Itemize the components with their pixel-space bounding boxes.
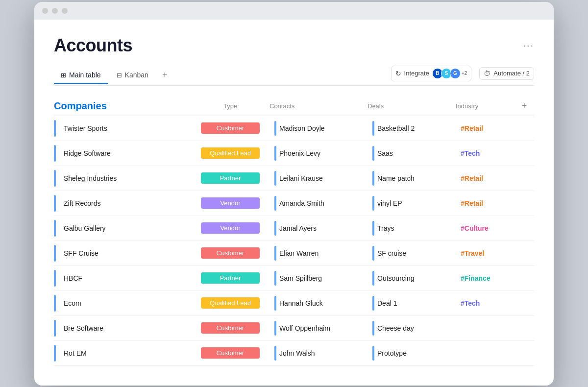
cell-extra (514, 149, 534, 157)
automate-label: Automate / 2 (493, 70, 530, 77)
cell-company: Galbu Gallery (54, 216, 191, 241)
contact-indicator (274, 246, 276, 261)
kanban-icon: ⊟ (117, 72, 122, 79)
cell-deal: Prototype (368, 342, 456, 364)
row-indicator (54, 195, 56, 212)
cell-contact: John Walsh (270, 342, 368, 364)
add-column-button[interactable]: + (514, 101, 534, 111)
table-row[interactable]: Bre Software Customer Wolf Oppenhaim Che… (54, 316, 534, 341)
table-row[interactable]: Zift Records Vendor Amanda Smith vinyl E… (54, 191, 534, 216)
col-header-companies: Companies (54, 100, 191, 112)
main-table-icon: ⊞ (61, 72, 66, 79)
table-row[interactable]: Sheleg Industries Partner Leilani Krause… (54, 166, 534, 191)
tabs-actions: ↻ Integrate B S G +2 ⏱ Automate / 2 (391, 66, 534, 85)
automate-icon: ⏱ (484, 70, 490, 77)
contact-indicator (274, 296, 276, 311)
integrate-button[interactable]: ↻ Integrate B S G +2 (391, 66, 472, 81)
table-row[interactable]: Ecom Qualified Lead Hannah Gluck Deal 1 … (54, 291, 534, 316)
col-header-type: Type (191, 102, 270, 110)
cell-deal: Deal 1 (368, 292, 456, 314)
contact-name: Amanda Smith (279, 199, 324, 207)
company-name: Bre Software (64, 324, 103, 332)
company-name: Twister Sports (64, 124, 107, 132)
company-name: HBCF (64, 274, 82, 282)
contact-name: Elian Warren (279, 249, 318, 257)
deal-indicator (372, 271, 374, 286)
type-badge: Customer (201, 122, 260, 134)
tab-kanban-label: Kanban (125, 71, 148, 79)
cell-contact: Elian Warren (270, 242, 368, 265)
cell-type: Vendor (191, 218, 270, 238)
company-name: Ecom (64, 299, 81, 307)
type-badge: Customer (201, 322, 260, 334)
cell-type: Customer (191, 343, 270, 363)
company-name: Sheleg Industries (64, 174, 117, 182)
company-name: Galbu Gallery (64, 224, 106, 232)
cell-extra (514, 349, 534, 357)
table-row[interactable]: Galbu Gallery Vendor Jamal Ayers Trays #… (54, 216, 534, 241)
row-indicator (54, 270, 56, 287)
table-header: Companies Type Contacts Deals Industry + (54, 97, 534, 116)
cell-type: Customer (191, 119, 270, 138)
table-row[interactable]: Twister Sports Customer Madison Doyle Ba… (54, 116, 534, 141)
cell-contact: Jamal Ayers (270, 217, 368, 240)
cell-extra (514, 174, 534, 182)
cell-deal: Cheese day (368, 317, 456, 339)
cell-contact: Phoenix Levy (270, 142, 368, 165)
contact-name: Sam Spillberg (279, 274, 322, 282)
deal-indicator (372, 146, 374, 161)
cell-deal: Name patch (368, 167, 456, 190)
cell-industry (456, 324, 514, 332)
table-row[interactable]: Ridge Software Qualified Lead Phoenix Le… (54, 141, 534, 166)
contact-name: Hannah Gluck (279, 299, 323, 307)
cell-contact: Amanda Smith (270, 192, 368, 215)
cell-company: Bre Software (54, 316, 191, 340)
tabs-bar: ⊞ Main table ⊟ Kanban + ↻ Integrate B S … (54, 66, 534, 86)
type-badge: Qualified Lead (201, 297, 260, 309)
tab-main-table[interactable]: ⊞ Main table (54, 67, 108, 84)
row-indicator (54, 220, 56, 237)
type-badge: Vendor (201, 197, 260, 209)
cell-company: Ridge Software (54, 141, 191, 166)
row-indicator (54, 320, 56, 337)
industry-tag: #Retail (461, 174, 483, 182)
contact-indicator (274, 171, 276, 186)
automate-button[interactable]: ⏱ Automate / 2 (479, 67, 534, 80)
cell-extra (514, 124, 534, 132)
cell-type: Customer (191, 243, 270, 263)
cell-industry: #Retail (456, 195, 514, 211)
table-body: Twister Sports Customer Madison Doyle Ba… (54, 116, 534, 366)
contact-indicator (274, 146, 276, 161)
cell-industry: #Travel (456, 245, 514, 261)
cell-type: Qualified Lead (191, 144, 270, 163)
deal-indicator (372, 246, 374, 261)
cell-deal: Trays (368, 217, 456, 240)
cell-industry: #Tech (456, 145, 514, 161)
cell-extra (514, 299, 534, 307)
tab-kanban[interactable]: ⊟ Kanban (110, 67, 155, 84)
deal-name: Deal 1 (377, 299, 397, 307)
col-header-deals: Deals (368, 102, 456, 110)
cell-company: Zift Records (54, 191, 191, 216)
deal-indicator (372, 221, 374, 236)
add-tab-button[interactable]: + (157, 66, 172, 85)
type-badge: Vendor (201, 222, 260, 234)
page-menu-button[interactable]: ··· (523, 40, 534, 51)
cell-industry: #Finance (456, 270, 514, 286)
contact-indicator (274, 196, 276, 211)
cell-industry (456, 349, 514, 357)
company-name: Ridge Software (64, 149, 111, 157)
contact-indicator (274, 221, 276, 236)
contact-name: Wolf Oppenhaim (279, 324, 330, 332)
cell-company: SFF Cruise (54, 241, 191, 266)
table-row[interactable]: SFF Cruise Customer Elian Warren SF crui… (54, 241, 534, 266)
industry-tag: #Finance (461, 274, 490, 282)
row-indicator (54, 145, 56, 162)
col-header-contacts: Contacts (270, 102, 368, 110)
cell-industry: #Culture (456, 220, 514, 236)
accounts-table: Companies Type Contacts Deals Industry +… (54, 97, 534, 366)
table-row[interactable]: Rot EM Customer John Walsh Prototype (54, 341, 534, 366)
table-row[interactable]: HBCF Partner Sam Spillberg Outsourcing #… (54, 266, 534, 291)
cell-type: Partner (191, 268, 270, 288)
contact-indicator (274, 321, 276, 336)
